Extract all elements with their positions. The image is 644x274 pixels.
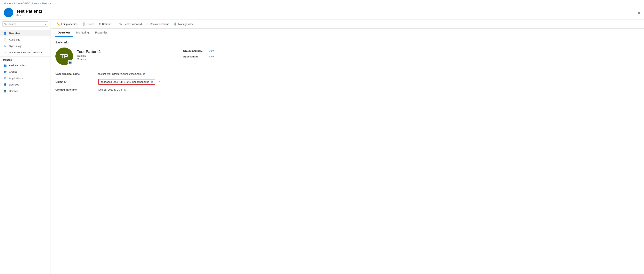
- header-avatar-icon: 👤: [6, 10, 11, 15]
- header-more-button[interactable]: ···: [45, 11, 48, 15]
- refresh-label: Refresh: [102, 23, 111, 25]
- tab-overview[interactable]: Overview: [55, 29, 73, 37]
- tab-monitoring[interactable]: Monitoring: [73, 29, 92, 37]
- sidebar-item-applications-label: Applications: [9, 77, 23, 80]
- edit-icon: ✏️: [56, 22, 60, 25]
- left-column: TP 📷 Test Patient1 patient1 Member: [56, 47, 160, 93]
- applications-view-link[interactable]: View: [209, 55, 214, 58]
- sidebar-item-groups[interactable]: 👥 Groups: [0, 69, 50, 75]
- revoke-sessions-button[interactable]: ⊘ Revoke sessions: [144, 21, 171, 27]
- audit-logs-icon: 📋: [3, 38, 7, 41]
- sidebar-nav: 👤 Overview 📋 Audit logs ↻ Sign-in logs ✕…: [0, 29, 50, 274]
- manage-section-label: Manage: [0, 56, 50, 62]
- assigned-roles-icon: 👥: [3, 64, 7, 67]
- refresh-button[interactable]: ↻ Refresh: [96, 21, 113, 27]
- upn-label: User principal name: [56, 70, 98, 77]
- sidebar-item-signin-label: Sign-in logs: [9, 45, 22, 47]
- delete-button[interactable]: 🗑️ Delete: [80, 21, 96, 27]
- sidebar-item-devices[interactable]: 💻 Devices: [0, 88, 50, 94]
- sidebar-item-overview[interactable]: 👤 Overview: [0, 30, 50, 36]
- user-profile-name: Test Patient1: [77, 49, 101, 54]
- toolbar-more-button[interactable]: ···: [199, 21, 205, 27]
- search-input[interactable]: [8, 23, 44, 25]
- manage-view-button[interactable]: ⚙️ Manage view: [172, 21, 195, 27]
- toolbar-divider-2: [197, 22, 197, 26]
- overview-icon: 👤: [3, 32, 7, 35]
- revoke-icon: ⊘: [146, 22, 149, 25]
- licenses-icon: 👤: [3, 83, 7, 86]
- user-avatar-large: TP 📷: [56, 47, 73, 65]
- refresh-icon: ↻: [98, 22, 101, 25]
- delete-icon: 🗑️: [82, 22, 86, 25]
- applications-label: Applications: [183, 55, 206, 58]
- sidebar-item-applications[interactable]: ⊞ Applications: [0, 75, 50, 81]
- sidebar-item-assigned-roles[interactable]: 👥 Assigned roles: [0, 62, 50, 69]
- breadcrumb-users[interactable]: Users: [42, 2, 49, 5]
- sidebar-item-audit-logs[interactable]: 📋 Audit logs: [0, 36, 50, 43]
- sidebar-item-devices-label: Devices: [9, 90, 18, 93]
- sidebar: 🔍 « 👤 Overview 📋 Audit logs ↻ Sign-in lo…: [0, 19, 51, 274]
- toolbar-divider-1: [115, 22, 115, 26]
- sidebar-item-overview-label: Overview: [9, 32, 20, 35]
- created-date-value: Dec 15, 2023 at 2:36 PM: [98, 86, 160, 93]
- object-id-highlighted-box: aaaaaaaa-0000-1111-2222-bbbbbbbbbbbb ⧉: [98, 79, 155, 85]
- info-table: User principal name testpatient1@testb2c…: [56, 70, 160, 93]
- sidebar-item-assigned-roles-label: Assigned roles: [9, 64, 26, 67]
- devices-icon: 💻: [3, 90, 7, 93]
- page-title: Test Patient1: [16, 9, 42, 14]
- header-title-block: Test Patient1 User: [16, 9, 42, 16]
- sidebar-item-audit-logs-label: Audit logs: [9, 38, 20, 41]
- user-profile-info: Test Patient1 patient1 Member: [77, 47, 101, 61]
- object-id-value: aaaaaaaa-0000-1111-2222-bbbbbbbbbbbb: [101, 80, 149, 83]
- revoke-sessions-label: Revoke sessions: [150, 23, 169, 25]
- sidebar-item-diagnose-label: Diagnose and solve problems: [9, 51, 42, 54]
- manage-view-label: Manage view: [178, 23, 193, 25]
- tab-properties[interactable]: Properties: [92, 29, 111, 37]
- upn-value: testpatient1@testb2c.onmicrosoft.com: [98, 72, 142, 75]
- object-id-label: Object ID: [56, 77, 98, 86]
- object-id-extra: 7: [158, 80, 160, 84]
- breadcrumb-home[interactable]: Home: [4, 2, 11, 5]
- right-column: Group member... View Applications View: [171, 47, 639, 58]
- object-id-copy-button[interactable]: ⧉: [151, 80, 153, 84]
- sidebar-search-container: 🔍 «: [0, 19, 50, 29]
- object-id-row: Object ID aaaaaaaa-0000-1111-2222-bbbbbb…: [56, 77, 160, 86]
- reset-password-label: Reset password: [124, 23, 142, 25]
- page-header: 👤 Test Patient1 User ··· ×: [0, 7, 644, 19]
- edit-properties-button[interactable]: ✏️ Edit properties: [55, 21, 80, 27]
- edit-properties-label: Edit properties: [61, 23, 78, 25]
- group-member-label: Group member...: [183, 49, 206, 52]
- sidebar-item-groups-label: Groups: [9, 70, 17, 73]
- upn-value-container: testpatient1@testb2c.onmicrosoft.com ⧉: [98, 72, 160, 76]
- sidebar-item-licenses-label: Licenses: [9, 83, 19, 86]
- content-body: Basic info TP 📷 Test Patient1 patient1: [51, 37, 644, 274]
- created-date-label: Created date time: [56, 86, 98, 93]
- collapse-icon[interactable]: «: [45, 23, 46, 25]
- page-subtitle: User: [16, 14, 42, 16]
- group-member-view-link[interactable]: View: [209, 49, 214, 52]
- right-info: Group member... View Applications View: [171, 47, 639, 58]
- avatar-initials: TP: [60, 53, 68, 60]
- sidebar-item-licenses[interactable]: 👤 Licenses: [0, 81, 50, 88]
- camera-button[interactable]: 📷: [68, 60, 72, 65]
- breadcrumb: Home › Azure AD B2C | Users › Users ›: [0, 0, 644, 7]
- upn-value-cell: testpatient1@testb2c.onmicrosoft.com ⧉: [98, 70, 160, 77]
- sidebar-search-box[interactable]: 🔍 «: [2, 21, 48, 27]
- content-area: ✏️ Edit properties 🗑️ Delete ↻ Refresh 🔍…: [51, 19, 644, 274]
- object-id-container: aaaaaaaa-0000-1111-2222-bbbbbbbbbbbb ⧉ 7: [98, 79, 160, 85]
- user-profile-row: TP 📷 Test Patient1 patient1 Member: [56, 47, 160, 65]
- basic-info-layout: TP 📷 Test Patient1 patient1 Member: [56, 47, 639, 93]
- user-profile-role: Member: [77, 58, 101, 61]
- manage-view-icon: ⚙️: [174, 22, 177, 25]
- close-button[interactable]: ×: [638, 11, 640, 15]
- breadcrumb-adb2c[interactable]: Azure AD B2C | Users: [14, 2, 39, 5]
- sidebar-item-signin-logs[interactable]: ↻ Sign-in logs: [0, 43, 50, 49]
- upn-copy-button[interactable]: ⧉: [143, 72, 145, 76]
- created-date-row: Created date time Dec 15, 2023 at 2:36 P…: [56, 86, 160, 93]
- object-id-value-cell: aaaaaaaa-0000-1111-2222-bbbbbbbbbbbb ⧉ 7: [98, 77, 160, 86]
- reset-password-button[interactable]: 🔍 Reset password: [117, 21, 144, 27]
- sidebar-item-diagnose[interactable]: ✕ Diagnose and solve problems: [0, 49, 50, 56]
- groups-icon: 👥: [3, 70, 7, 73]
- applications-row: Applications View: [183, 55, 639, 58]
- tabs: Overview Monitoring Properties: [51, 29, 644, 37]
